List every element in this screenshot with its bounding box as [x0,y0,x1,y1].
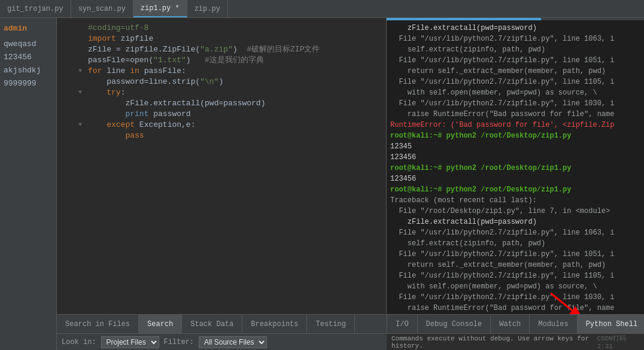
editor-tab-bar: git_trojan.py syn_scan.py zip1.py * zip.… [0,0,644,18]
term-line-8: File "/usr/lib/python2.7/zipfile.py", li… [390,98,640,109]
look-in-label: Look in: [62,338,96,346]
look-in-select[interactable]: Project Files [101,336,159,348]
term-line-6: File "/usr/lib/python2.7/zipfile.py", li… [390,77,640,87]
search-toolbar: Look in: Project Files Filter: All Sourc… [57,333,387,350]
term-line-21: self.extract(zipinfo, path, pwd) [390,238,640,249]
sidebar-item-1: qweqasd [4,38,53,51]
term-line-9: raise RuntimeError("Bad password for fil… [390,109,640,120]
term-line-10: RuntimeError: ('Bad password for file', … [390,120,640,130]
terminal-panel-wrapper: zFile.extractall(pwd=password) File "/us… [387,18,644,350]
term-line-12: 12345 [390,141,640,152]
code-line-1: #coding=utf-8 [57,23,386,34]
code-line-11: pass [57,130,386,141]
term-line-3: self.extract(zipinfo, path, pwd) [390,44,640,55]
sidebar-item-4: 9999999 [4,77,53,90]
tab-testing[interactable]: Testing [307,315,354,333]
terminal-output[interactable]: zFile.extractall(pwd=password) File "/us… [387,20,644,314]
commands-label: Commands execute without debug. Use arro… [391,335,593,349]
term-line-2: File "/usr/lib/python2.7/zipfile.py", li… [390,34,640,44]
tab-zip1[interactable]: zip1.py * [133,0,187,17]
term-line-28: RuntimeError: ('Bad password for file', … [390,314,640,314]
tab-python-shell[interactable]: Python Shell [577,315,644,333]
code-line-2: import zipfile [57,34,386,44]
term-line-7: with self.open(member, pwd=pwd) as sourc… [390,87,640,98]
sidebar-username: admin [4,23,53,35]
term-line-5: return self._extract_member(member, path… [390,66,640,77]
code-line-9: print password [57,109,386,120]
editor-bottom-tab-bar: Search in Files Search Stack Data Breakp… [57,314,387,333]
term-line-16: root@kali:~# python2 /root/Desktop/zip1.… [390,184,640,195]
term-line-26: File "/usr/lib/python2.7/zipfile.py", li… [390,292,640,303]
term-line-23: return self._extract_member(member, path… [390,260,640,270]
term-line-18: File "/root/Desktop/zip1.py", line 7, in… [390,206,640,217]
term-line-15: 123456 [390,174,640,184]
code-line-5: ▼ for line in passFile: [57,66,386,77]
term-line-22: File "/usr/lib/python2.7/zipfile.py", li… [390,249,640,260]
tab-search[interactable]: Search [139,315,182,333]
term-line-20: File "/usr/lib/python2.7/zipfile.py", li… [390,227,640,238]
term-line-25: with self.open(member, pwd=pwd) as sourc… [390,281,640,292]
code-line-8: zFile.extractall(pwd=password) [57,98,386,109]
code-line-3: zFile = zipfile.ZipFile("a.zip") #破解的目标Z… [57,44,386,55]
tab-stack-data[interactable]: Stack Data [182,315,242,333]
sidebar-item-2: 123456 [4,51,53,64]
tab-syn-scan[interactable]: syn_scan.py [71,0,133,17]
tab-io[interactable]: I/O [387,315,417,333]
code-line-4: passFile=open("1.txt") #这是我们的字典 [57,55,386,66]
tab-debug-console[interactable]: Debug Console [417,315,491,333]
main-area: admin qweqasd 123456 akjshdkj 9999999 #c… [0,18,644,350]
red-arrow-area: with self.open(member, pwd=pwd) as sourc… [390,281,640,314]
sidebar-item-3: akjshdkj [4,64,53,77]
code-line-10: ▼ except Exception,e: [57,120,386,130]
term-line-17: Traceback (most recent call last): [390,195,640,206]
term-line-13: 123456 [390,152,640,163]
tab-search-in-files[interactable]: Search in Files [57,315,139,333]
code-line-7: ▼ try: [57,87,386,98]
terminal-status-bar: Commands execute without debug. Use arro… [387,333,644,350]
term-line-1: zFile.extractall(pwd=password) [390,23,640,34]
filter-label: Filter: [164,338,194,346]
filter-select[interactable]: All Source Files [199,336,267,348]
tab-git-trojan[interactable]: git_trojan.py [0,0,71,17]
code-editor[interactable]: #coding=utf-8 import zipfile zFile = zip… [57,18,387,314]
tab-modules[interactable]: Modules [529,315,576,333]
term-line-24: File "/usr/lib/python2.7/zipfile.py", li… [390,270,640,281]
editor-panel-wrapper: #coding=utf-8 import zipfile zFile = zip… [57,18,387,350]
term-line-14: root@kali:~# python2 /root/Desktop/zip1.… [390,163,640,174]
term-line-19: zFile.extractall(pwd=password) [390,217,640,227]
tab-watch[interactable]: Watch [490,315,529,333]
version-label: CSDN打码 2:31 [597,334,639,350]
tab-breakpoints[interactable]: Breakpoints [242,315,307,333]
code-line-6: password=line.strip("\n") [57,77,386,87]
tab-zip[interactable]: zip.py [187,0,228,17]
term-line-27: raise RuntimeError("Bad password for fil… [390,303,640,314]
term-line-11: root@kali:~# python2 /root/Desktop/zip1.… [390,130,640,141]
terminal-bottom-tab-bar: I/O Debug Console Watch Modules Python S… [387,314,644,333]
sidebar: admin qweqasd 123456 akjshdkj 9999999 [0,18,57,350]
term-line-4: File "/usr/lib/python2.7/zipfile.py", li… [390,55,640,66]
